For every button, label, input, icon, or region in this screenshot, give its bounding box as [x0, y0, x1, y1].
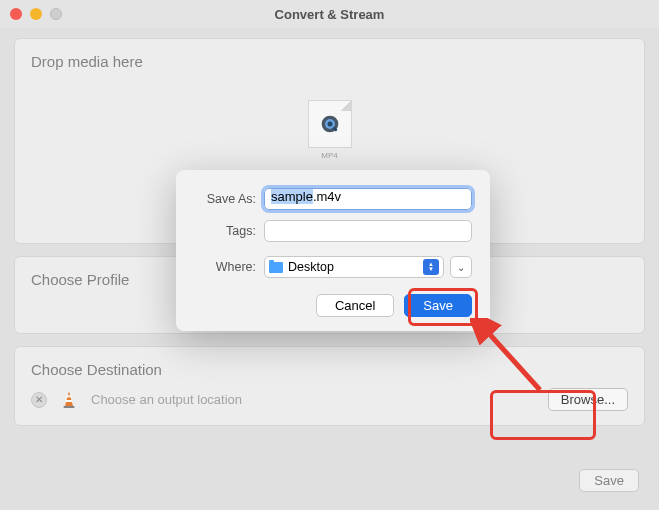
tags-row: Tags: [194, 220, 472, 242]
folder-icon [269, 262, 283, 273]
save-as-label: Save As: [194, 192, 256, 206]
save-as-row: Save As: sample.m4v [194, 188, 472, 210]
save-button[interactable]: Save [404, 294, 472, 317]
cancel-button[interactable]: Cancel [316, 294, 394, 317]
where-select[interactable]: Desktop ▲▼ [264, 256, 444, 278]
tags-label: Tags: [194, 224, 256, 238]
save-as-input[interactable]: sample.m4v [264, 188, 472, 210]
save-dialog: Save As: sample.m4v Tags: Where: Desktop… [176, 170, 490, 331]
filename-ext: .m4v [313, 189, 341, 204]
dialog-buttons: Cancel Save [194, 294, 472, 317]
where-row: Where: Desktop ▲▼ ⌄ [194, 256, 472, 278]
where-value: Desktop [288, 260, 334, 274]
expand-dialog-button[interactable]: ⌄ [450, 256, 472, 278]
chevron-down-icon: ⌄ [457, 262, 465, 273]
where-label: Where: [194, 260, 256, 274]
filename-selection: sample [271, 189, 313, 204]
updown-icon: ▲▼ [423, 259, 439, 275]
tags-input[interactable] [264, 220, 472, 242]
